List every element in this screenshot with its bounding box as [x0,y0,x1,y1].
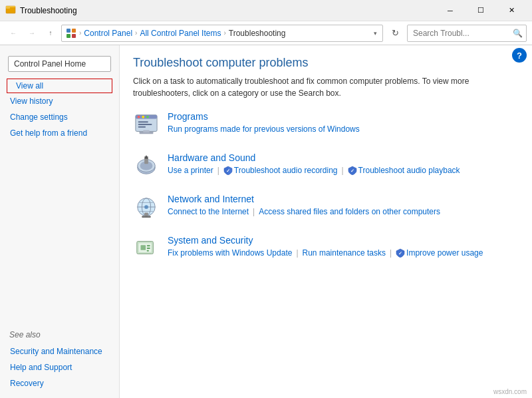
breadcrumb-current: Troubleshooting [229,29,286,38]
network-link-0[interactable]: Connect to the Internet [168,207,249,216]
breadcrumb-all-items[interactable]: All Control Panel Items [140,29,221,38]
system-link-2[interactable]: ✓ Improve power usage [396,248,483,258]
control-panel-icon [66,28,76,39]
category-programs: Programs Run programs made for previous … [133,111,519,138]
up-button[interactable]: ↑ [43,25,59,41]
hardware-links: Use a printer | ✓ Troubleshoot audio rec… [168,166,460,175]
network-name[interactable]: Network and Internet [168,194,440,204]
sidebar-see-also-security[interactable]: Security and Maintenance [0,343,119,359]
programs-info: Programs Run programs made for previous … [168,111,360,134]
sidebar-see-also-recovery[interactable]: Recovery [0,375,119,391]
svg-point-10 [142,116,144,118]
system-icon [133,235,160,262]
svg-rect-2 [6,6,15,7]
breadcrumb-sep-1: › [79,29,81,37]
programs-icon [133,111,160,138]
system-info: System and Security Fix problems with Wi… [168,235,483,258]
svg-rect-6 [72,34,76,38]
shield-icon-3: ✓ [396,248,405,258]
programs-links: Run programs made for previous versions … [168,124,360,134]
refresh-icon: ↻ [392,28,399,38]
search-input[interactable] [407,25,527,42]
breadcrumb-sep-2: › [135,29,137,37]
svg-rect-36 [147,248,150,249]
hardware-sep-1: | [217,166,219,175]
programs-link-0[interactable]: Run programs made for previous versions … [168,124,360,134]
window-title: Troubleshooting [20,6,435,15]
refresh-button[interactable]: ↻ [386,25,404,42]
programs-name[interactable]: Programs [168,111,360,122]
network-icon [133,194,160,220]
sidebar-see-also-help[interactable]: Help and Support [0,359,119,375]
svg-rect-35 [147,245,150,246]
system-name[interactable]: System and Security [168,235,483,246]
page-description: Click on a task to automatically trouble… [133,75,519,99]
system-sep-1: | [296,248,298,258]
sidebar: Control Panel Home View all View history… [0,45,120,398]
svg-text:✓: ✓ [398,251,402,256]
svg-rect-13 [138,124,152,125]
hardware-link-2[interactable]: ✓ Troubleshoot audio playback [348,166,460,175]
category-hardware: Hardware and Sound Use a printer | ✓ Tro… [133,152,519,179]
network-links: Connect to the Internet | Access shared … [168,207,440,216]
window-icon [5,4,16,17]
network-link-1[interactable]: Access shared files and folders on other… [259,207,440,216]
svg-rect-14 [138,126,146,128]
title-bar: Troubleshooting ─ ☐ ✕ [0,0,532,21]
breadcrumb-sep-3: › [223,29,225,37]
hardware-link-1[interactable]: ✓ Troubleshoot audio recording [223,166,338,175]
svg-rect-30 [144,213,148,216]
svg-text:✓: ✓ [226,168,230,173]
category-system: System and Security Fix problems with Wi… [133,235,519,262]
breadcrumb: › Control Panel › All Control Panel Item… [61,25,383,42]
window-controls: ─ ☐ ✕ [435,0,527,21]
svg-rect-16 [143,130,149,133]
help-button[interactable]: ? [512,48,527,63]
hardware-link-0[interactable]: Use a printer [168,166,213,175]
hardware-sep-2: | [341,166,343,175]
svg-point-11 [146,116,149,118]
system-link-1[interactable]: Run maintenance tasks [303,248,386,258]
forward-button[interactable]: → [24,25,40,41]
svg-text:✓: ✓ [350,168,354,173]
svg-point-29 [144,205,148,209]
network-sep-1: | [253,207,255,216]
network-info: Network and Internet Connect to the Inte… [168,194,440,216]
system-sep-2: | [390,248,392,258]
svg-rect-34 [140,245,146,250]
sidebar-item-get-help[interactable]: Get help from a friend [0,125,119,141]
close-button[interactable]: ✕ [496,0,527,21]
maximize-button[interactable]: ☐ [466,0,496,21]
minimize-button[interactable]: ─ [435,0,466,21]
sidebar-item-view-history[interactable]: View history [0,93,119,109]
search-wrap: 🔍 [407,25,527,42]
svg-point-9 [138,116,140,118]
shield-icon-2: ✓ [348,166,357,175]
system-links: Fix problems with Windows Update | Run m… [168,248,483,258]
svg-rect-12 [138,121,148,122]
breadcrumb-dropdown-button[interactable]: ▾ [372,29,378,38]
hardware-icon [133,152,160,179]
page-title: Troubleshoot computer problems [133,56,519,70]
svg-rect-37 [147,250,149,252]
content-area: Troubleshoot computer problems Click on … [120,45,532,398]
breadcrumb-control-panel[interactable]: Control Panel [84,29,132,38]
sidebar-item-change-settings[interactable]: Change settings [0,109,119,125]
hardware-info: Hardware and Sound Use a printer | ✓ Tro… [168,152,460,175]
address-bar: ← → ↑ › Control Panel › All Control Pane… [0,21,532,45]
see-also-section: See also Security and Maintenance Help a… [0,322,119,391]
svg-rect-4 [72,29,76,33]
sidebar-item-view-all[interactable]: View all [7,79,112,93]
back-button[interactable]: ← [5,25,21,41]
control-panel-home-button[interactable]: Control Panel Home [8,56,111,72]
main-layout: Control Panel Home View all View history… [0,45,532,398]
svg-rect-5 [66,34,70,38]
watermark: wsxdn.com [493,388,527,395]
see-also-label: See also [0,322,119,343]
category-network: Network and Internet Connect to the Inte… [133,194,519,220]
shield-icon-1: ✓ [223,166,233,175]
svg-rect-31 [142,216,150,218]
hardware-name[interactable]: Hardware and Sound [168,152,460,163]
svg-rect-3 [66,29,70,33]
system-link-0[interactable]: Fix problems with Windows Update [168,248,292,258]
